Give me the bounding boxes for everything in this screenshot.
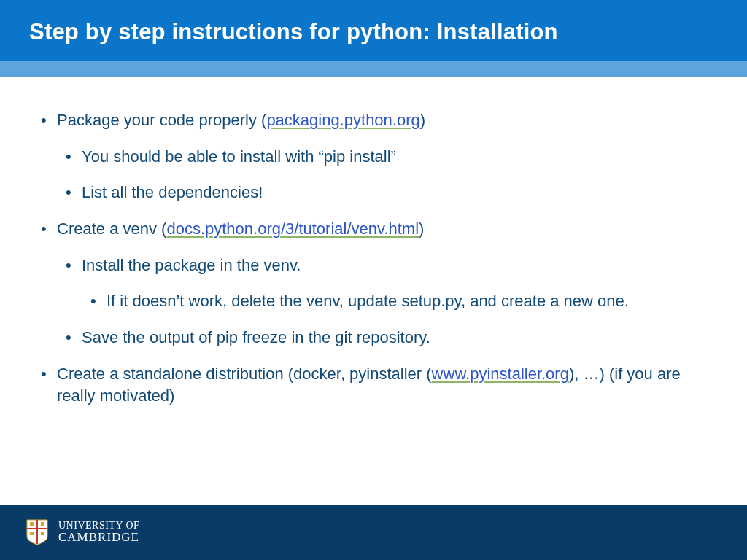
bullet-list: Package your code properly (packaging.py… [38,109,709,406]
svg-rect-4 [30,532,34,535]
list-item-text: Save the output of pip freeze in the git… [82,328,430,346]
list-item-text: Create a venv ( [57,219,166,238]
slide-footer: UNIVERSITY OF CAMBRIDGE [0,505,747,560]
list-item-text: List all the dependencies! [82,183,263,201]
list-item: You should be able to install with “pip … [63,146,709,168]
list-item: List all the dependencies! [63,182,709,203]
university-name-line1: UNIVERSITY OF [58,521,139,532]
slide-body: Package your code properly (packaging.py… [0,77,747,505]
cambridge-shield-icon [26,519,48,545]
packaging-link[interactable]: packaging.python.org [266,111,419,129]
list-item: Save the output of pip freeze in the git… [63,327,709,349]
slide: Step by step instructions for python: In… [0,0,747,560]
list-item: If it doesn’t work, delete the venv, upd… [88,290,709,312]
list-item: Package your code properly (packaging.py… [38,109,709,203]
list-item-text: ) [420,111,425,129]
slide-header: Step by step instructions for python: In… [0,0,747,61]
list-item-text: Package your code properly ( [57,111,266,129]
list-item-text: If it doesn’t work, delete the venv, upd… [107,292,629,310]
list-item-text: Create a standalone distribution (docker… [57,365,432,383]
university-name: UNIVERSITY OF CAMBRIDGE [58,521,139,545]
slide-title: Step by step instructions for python: In… [29,19,718,45]
list-item: Create a venv (docs.python.org/3/tutoria… [38,218,709,349]
svg-rect-2 [30,522,34,526]
list-item-text: ) [419,219,424,238]
svg-rect-5 [41,532,44,535]
list-item: Create a standalone distribution (docker… [38,363,709,406]
svg-rect-3 [41,522,44,526]
pyinstaller-link[interactable]: www.pyinstaller.org [432,365,569,383]
list-item-text: Install the package in the venv. [82,256,301,274]
list-item-text: You should be able to install with “pip … [82,147,396,166]
header-accent-band [0,61,747,77]
venv-docs-link[interactable]: docs.python.org/3/tutorial/venv.html [166,219,419,238]
list-item: Install the package in the venv. If it d… [63,254,709,312]
university-name-line2: CAMBRIDGE [58,531,139,544]
